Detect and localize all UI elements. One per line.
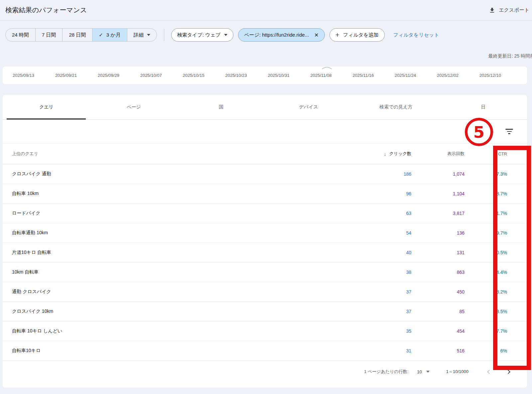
range-label: 24 時間 — [12, 32, 29, 38]
impressions-cell: 136 — [411, 230, 465, 236]
query-cell: 自転車10キロ — [12, 348, 358, 354]
page-header: 検索結果のパフォーマンス エクスポート — [0, 0, 532, 21]
query-cell: ロードバイク — [12, 210, 358, 216]
query-cell: 自転車 10キロ しんどい — [12, 328, 358, 334]
axis-date: 2025/10/15 — [183, 73, 204, 78]
annotation-number: 5 — [473, 124, 484, 140]
clicks-cell: 38 — [358, 270, 411, 275]
table-row[interactable]: クロスバイク 10km 37 85 43.5% — [3, 302, 527, 321]
rows-per-page-label: 1 ページあたりの行数: — [364, 369, 408, 375]
tab-dates[interactable]: 日 — [440, 95, 527, 119]
next-page-icon[interactable] — [506, 370, 510, 374]
query-cell: クロスバイク 通勤 — [12, 171, 358, 177]
tab-pages[interactable]: ページ — [90, 95, 178, 119]
annotation-rectangle-ctr-column — [493, 146, 531, 370]
impressions-cell: 863 — [411, 270, 465, 275]
clicks-cell: 35 — [358, 328, 411, 334]
column-header-impressions[interactable]: 表示回数 — [411, 151, 465, 157]
chevron-down-icon — [147, 34, 150, 36]
axis-date: 2025/10/31 — [268, 73, 289, 78]
axis-date: 2025/10/07 — [140, 73, 162, 78]
divider — [164, 29, 164, 41]
impressions-cell: 3,817 — [411, 211, 465, 216]
annotation-circle-5: 5 — [465, 118, 493, 146]
clicks-cell: 37 — [358, 309, 411, 314]
plus-icon: + — [335, 31, 339, 38]
add-filter-button[interactable]: + フィルタを追加 — [330, 28, 385, 42]
table-row[interactable]: クロスバイク 通勤 186 1,074 17.3% — [3, 164, 527, 184]
clicks-cell: 31 — [358, 348, 411, 353]
download-icon — [489, 7, 495, 14]
chevron-down-icon — [426, 371, 430, 373]
tab-label: クエリ — [39, 104, 54, 110]
clicks-cell: 54 — [358, 230, 411, 236]
page-filter-label: ページ: https://fun2ride.ride... — [244, 32, 309, 38]
range-custom-button[interactable]: 詳細 — [127, 29, 157, 41]
rows-per-page-value: 10 — [417, 369, 422, 374]
filter-bar: 24 時間 7 日間 28 日間 ✓ 3 か月 詳細 検索タイプ: ウェブ ペー… — [0, 21, 532, 49]
performance-table-card: クエリ ページ 国 デバイス 検索での見え方 日 上位のクエリ ↓ クリック数 … — [3, 95, 527, 388]
table-header: 上位のクエリ ↓ クリック数 表示回数 CTR — [3, 143, 527, 164]
query-cell: 自転車 10km — [12, 191, 358, 197]
axis-date: 2025/09/21 — [55, 73, 77, 78]
clicks-cell: 37 — [358, 289, 411, 295]
axis-date: 2025/09/29 — [98, 73, 119, 78]
reset-filters-link[interactable]: フィルタをリセット — [393, 32, 439, 38]
last-updated-text: 最終更新日: 25 時間前 — [488, 53, 532, 59]
clicks-header-label: クリック数 — [389, 151, 411, 157]
tab-label: 検索での見え方 — [379, 104, 412, 110]
filter-rows-icon[interactable] — [504, 127, 514, 135]
impressions-cell: 516 — [411, 348, 465, 353]
range-3mo-button[interactable]: ✓ 3 か月 — [92, 29, 127, 41]
export-button[interactable]: エクスポート — [488, 7, 530, 14]
search-type-chip[interactable]: 検索タイプ: ウェブ — [171, 28, 233, 42]
tab-devices[interactable]: デバイス — [265, 95, 352, 119]
tab-queries[interactable]: クエリ — [3, 95, 90, 119]
table-row[interactable]: 片道10キロ 自転車 40 131 30.5% — [3, 243, 527, 263]
check-icon: ✓ — [99, 32, 103, 38]
close-icon[interactable]: ✕ — [314, 32, 319, 38]
tab-countries[interactable]: 国 — [178, 95, 265, 119]
table-row[interactable]: 自転車通勤 10km 54 136 39.7% — [3, 223, 527, 243]
query-cell: 10km 自転車 — [12, 269, 358, 275]
range-28d-button[interactable]: 28 日間 — [63, 29, 92, 41]
impressions-cell: 454 — [411, 328, 465, 334]
range-label: 28 日間 — [69, 32, 86, 38]
tab-label: 日 — [481, 104, 486, 110]
chart-line-fragment — [322, 67, 332, 69]
table-row[interactable]: 自転車 10km 96 1,104 8.7% — [3, 184, 527, 204]
range-7d-button[interactable]: 7 日間 — [36, 29, 63, 41]
previous-page-icon[interactable] — [487, 370, 491, 374]
range-label: 詳細 — [134, 32, 144, 38]
search-type-label: 検索タイプ: ウェブ — [177, 32, 220, 38]
axis-date: 2025/11/24 — [395, 73, 416, 78]
table-row[interactable]: ロードバイク 63 3,817 1.7% — [3, 204, 527, 223]
table-row[interactable]: 自転車10キロ 31 516 6% — [3, 341, 527, 361]
impressions-cell: 450 — [411, 289, 465, 295]
axis-date: 2025/10/23 — [225, 73, 247, 78]
impressions-cell: 85 — [411, 309, 465, 314]
clicks-cell: 96 — [358, 191, 411, 196]
table-row[interactable]: 通勤 クロスバイク 37 450 8.2% — [3, 282, 527, 302]
table-body: クロスバイク 通勤 186 1,074 17.3% 自転車 10km 96 1,… — [3, 164, 527, 361]
tab-label: 国 — [219, 104, 223, 110]
range-24h-button[interactable]: 24 時間 — [6, 29, 36, 41]
table-row[interactable]: 10km 自転車 38 863 4.4% — [3, 263, 527, 282]
page-filter-chip[interactable]: ページ: https://fun2ride.ride... ✕ — [238, 28, 325, 42]
column-header-query: 上位のクエリ — [12, 151, 358, 157]
pager-controls — [488, 370, 510, 373]
axis-date: 2025/11/16 — [352, 73, 374, 78]
table-row[interactable]: 自転車 10キロ しんどい 35 454 7.7% — [3, 321, 527, 341]
tab-search-appearance[interactable]: 検索での見え方 — [352, 95, 440, 119]
column-header-clicks[interactable]: ↓ クリック数 — [358, 151, 411, 157]
chevron-down-icon — [224, 34, 227, 36]
impressions-cell: 1,074 — [411, 171, 465, 177]
export-label: エクスポート — [499, 7, 529, 13]
rows-per-page-select[interactable]: 10 — [417, 369, 429, 374]
range-label: 7 日間 — [42, 32, 56, 38]
dimension-tabs: クエリ ページ 国 デバイス 検索での見え方 日 — [3, 95, 527, 120]
query-cell: クロスバイク 10km — [12, 308, 358, 314]
clicks-cell: 186 — [358, 171, 411, 177]
clicks-cell: 63 — [358, 211, 411, 216]
pagination-bar: 1 ページあたりの行数: 10 1～10/1000 — [3, 361, 527, 383]
